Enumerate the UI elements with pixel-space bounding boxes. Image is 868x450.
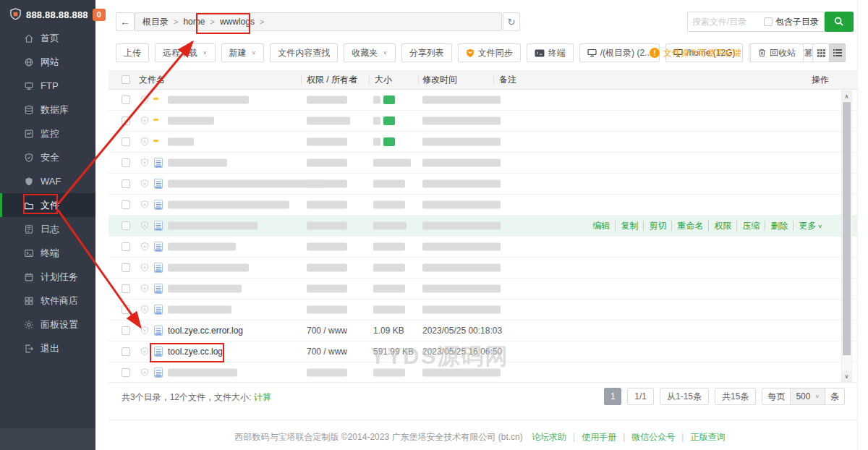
protect-status-icon[interactable]: [140, 305, 149, 315]
row-checkbox[interactable]: [122, 95, 130, 104]
sidebar-item-security[interactable]: 安全: [0, 145, 95, 169]
sidebar-item-home[interactable]: 首页: [0, 26, 95, 50]
forum-help-link[interactable]: 论坛求助: [532, 432, 566, 442]
row-checkbox[interactable]: [122, 263, 130, 272]
sidebar-item-settings[interactable]: 面板设置: [0, 313, 95, 336]
censored-filename[interactable]: [168, 201, 289, 209]
protect-status-icon[interactable]: [140, 326, 149, 336]
row-checkbox[interactable]: [122, 284, 130, 293]
calc-size-link[interactable]: 计算: [254, 392, 271, 402]
compress-action[interactable]: 压缩: [737, 221, 765, 231]
sidebar-item-waf[interactable]: WAF: [0, 169, 95, 193]
row-checkbox[interactable]: [122, 221, 130, 230]
censored-filename[interactable]: [168, 180, 326, 188]
terminal-button[interactable]: 终端: [527, 43, 574, 62]
page-1-button[interactable]: 1: [604, 388, 621, 405]
subdir-checkbox[interactable]: [764, 17, 773, 26]
genuine-check-link[interactable]: 正版查询: [690, 432, 725, 442]
protect-status-icon[interactable]: [140, 368, 149, 378]
message-badge[interactable]: 0: [93, 9, 106, 21]
row-checkbox[interactable]: [122, 179, 130, 188]
breadcrumb-root[interactable]: 根目录: [142, 16, 169, 28]
list-view-button[interactable]: [829, 43, 846, 62]
protect-status-icon[interactable]: [140, 179, 149, 189]
edit-action[interactable]: 编辑: [587, 221, 616, 231]
censored-filename[interactable]: [168, 369, 237, 377]
refresh-button[interactable]: ↻: [503, 12, 520, 31]
sidebar-item-database[interactable]: 数据库: [0, 98, 95, 122]
censored-filename[interactable]: [168, 117, 214, 125]
content-search-button[interactable]: 文件内容查找: [270, 43, 338, 62]
protect-status-icon[interactable]: [140, 116, 149, 126]
upload-button[interactable]: 上传: [116, 43, 149, 62]
scrollbar-thumb[interactable]: [843, 102, 851, 355]
sidebar-item-ftp[interactable]: FTP: [0, 74, 95, 98]
protect-status-icon[interactable]: [140, 221, 149, 231]
row-checkbox[interactable]: [122, 158, 130, 167]
sidebar-item-monitor[interactable]: 监控: [0, 122, 95, 145]
protect-status-icon[interactable]: [140, 263, 149, 273]
delete-action[interactable]: 删除: [765, 221, 793, 231]
search-input[interactable]: [688, 17, 764, 27]
row-checkbox[interactable]: [122, 137, 130, 146]
copy-action[interactable]: 复制: [616, 221, 644, 231]
scroll-down-arrow[interactable]: ∨: [842, 371, 851, 381]
protect-status-icon[interactable]: [140, 137, 149, 147]
include-subdir-option[interactable]: 包含子目录: [764, 16, 824, 28]
protect-status-icon[interactable]: [140, 95, 149, 105]
row-checkbox[interactable]: [122, 368, 130, 377]
row-checkbox[interactable]: [122, 347, 130, 356]
censored-filename[interactable]: [168, 264, 249, 272]
scroll-up-arrow[interactable]: ∧: [842, 91, 851, 101]
censored-filename[interactable]: [168, 285, 242, 293]
calc-size-link[interactable]: [383, 95, 395, 104]
row-checkbox[interactable]: [122, 326, 130, 335]
row-checkbox[interactable]: [122, 305, 130, 314]
row-checkbox[interactable]: [122, 116, 130, 125]
vertical-scrollbar[interactable]: ∧ ∨: [841, 90, 852, 382]
share-list-button[interactable]: 分享列表: [401, 43, 452, 62]
mount-root-button[interactable]: /(根目录) (2...: [579, 43, 660, 62]
row-checkbox[interactable]: [122, 200, 130, 209]
favorites-button[interactable]: 收藏夹∨: [344, 43, 396, 62]
calc-size-link[interactable]: [383, 137, 395, 146]
breadcrumb-wwwlogs[interactable]: wwwlogs: [220, 17, 255, 27]
protect-status-icon[interactable]: [140, 347, 149, 357]
per-page-select[interactable]: 500∨: [790, 389, 825, 404]
file-sync-button[interactable]: 文件同步: [458, 43, 521, 62]
remote-download-button[interactable]: 远程下载∨: [155, 43, 216, 62]
filename-link[interactable]: tool.zye.cc.error.log: [168, 326, 243, 336]
protect-status-icon[interactable]: [140, 200, 149, 210]
protect-status-icon[interactable]: [140, 284, 149, 294]
filename-link[interactable]: tool.zye.cc.log: [168, 347, 223, 357]
more-action[interactable]: 更多∨: [793, 221, 827, 231]
search-button[interactable]: [825, 12, 854, 32]
censored-filename[interactable]: [168, 138, 194, 146]
sidebar-item-cron[interactable]: 计划任务: [0, 265, 95, 289]
censored-filename[interactable]: [168, 96, 249, 104]
censored-filename[interactable]: [168, 306, 231, 314]
new-button[interactable]: 新建∨: [221, 43, 265, 62]
protect-status-icon[interactable]: [140, 242, 149, 252]
cut-action[interactable]: 剪切: [644, 221, 672, 231]
grid-view-button[interactable]: [812, 43, 829, 62]
sidebar-item-logs[interactable]: 日志: [0, 217, 95, 241]
sidebar-item-logout[interactable]: 退出: [0, 336, 95, 360]
censored-filename[interactable]: [168, 159, 227, 167]
sidebar-item-files[interactable]: 文件: [0, 193, 95, 217]
permission-action[interactable]: 权限: [709, 221, 737, 231]
select-all-checkbox[interactable]: [122, 75, 130, 84]
sidebar-item-terminal[interactable]: 终端: [0, 241, 95, 265]
sidebar-item-appstore[interactable]: 软件商店: [0, 289, 95, 313]
censored-filename[interactable]: [168, 222, 258, 230]
protect-status-icon[interactable]: [140, 158, 149, 168]
server-logo[interactable]: 888.88.88.888 0: [0, 0, 95, 29]
censored-filename[interactable]: [168, 243, 236, 251]
calc-size-link[interactable]: [383, 116, 395, 125]
wechat-link[interactable]: 微信公众号: [631, 432, 675, 442]
sidebar-item-website[interactable]: 网站: [0, 50, 95, 74]
back-button[interactable]: ←: [116, 12, 135, 31]
manual-link[interactable]: 使用手册: [582, 432, 616, 442]
breadcrumb-home[interactable]: home: [183, 17, 205, 27]
recycle-bin-button[interactable]: 回收站: [750, 43, 804, 62]
